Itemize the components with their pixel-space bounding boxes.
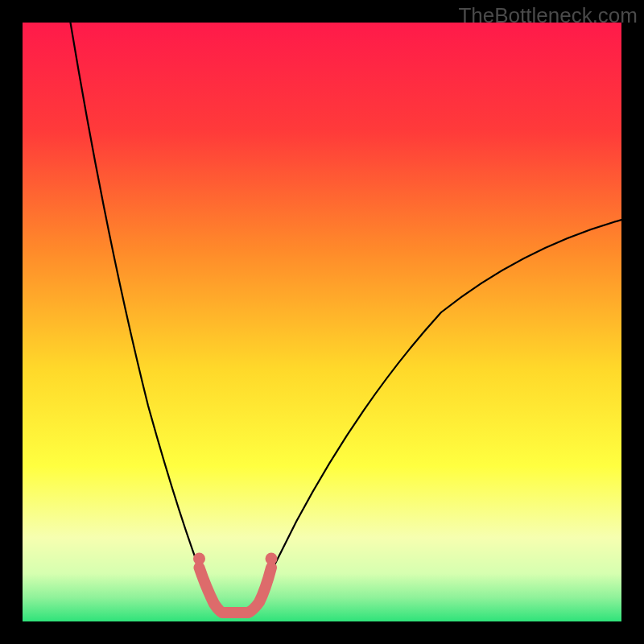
heatmap-background xyxy=(23,23,621,621)
chart-frame: TheBottleneck.com xyxy=(0,0,644,644)
watermark-text: TheBottleneck.com xyxy=(458,3,638,28)
bottleneck-curve-plot xyxy=(23,23,621,621)
highlight-endpoint-left xyxy=(193,553,205,565)
highlight-endpoint-right xyxy=(266,553,278,565)
